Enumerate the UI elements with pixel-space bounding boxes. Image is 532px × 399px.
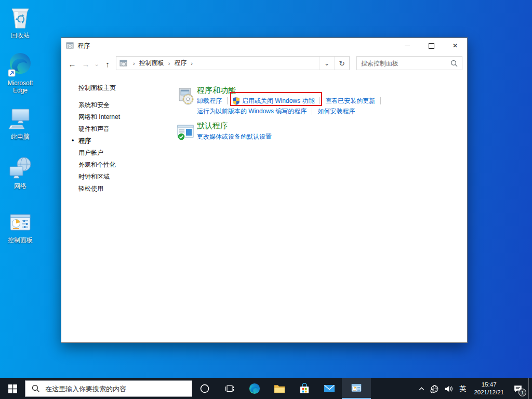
clock-date: 2021/12/21 [474,389,504,396]
sidebar-item-control-panel-home[interactable]: 控制面板主页 [78,84,116,92]
link-separator [227,97,228,104]
control-panel-window: 程序 ✕ ← → ⌄ ↑ › 控制面板 › 程序 [61,37,468,343]
programs-and-features-icon[interactable] [177,87,195,108]
tray-chevron-button[interactable] [416,378,428,399]
desktop-icon-control-panel[interactable]: 控制面板 [1,209,39,244]
sidebar-item-ease-of-access[interactable]: 轻松使用 [78,184,103,193]
search-icon [32,384,40,393]
sidebar-item-programs[interactable]: 程序 [78,137,91,145]
taskbar-clock[interactable]: 15:47 2021/12/21 [470,381,508,396]
desktop-icon-edge[interactable]: Microsoft Edge [1,52,39,94]
active-item-bullet: • [72,137,74,144]
file-explorer-icon [273,382,286,395]
breadcrumb-separator: › [130,60,138,66]
network-globe-icon [430,384,439,393]
search-input[interactable] [357,60,450,67]
window-title: 程序 [77,42,90,50]
taskbar-search-input[interactable] [44,384,192,393]
back-button[interactable]: ← [65,57,79,71]
sidebar-item-user-accounts[interactable]: 用户帐户 [78,149,103,157]
sidebar-item-appearance-personalization[interactable]: 外观和个性化 [78,161,116,169]
taskbar-edge-button[interactable] [242,378,267,399]
system-tray: 英 15:47 2021/12/21 1 [416,378,532,399]
network-status-button[interactable] [428,378,442,399]
link-separator [312,108,312,115]
sidebar-item-network-internet[interactable]: 网络和 Internet [78,113,120,122]
how-to-install-link[interactable]: 如何安装程序 [317,107,355,116]
microsoft-store-icon [298,382,311,395]
breadcrumb-control-panel[interactable]: 控制面板 [138,59,165,68]
desktop-icon-label: 此电脑 [11,133,30,140]
microsoft-store-button[interactable] [292,378,317,399]
history-dropdown-icon[interactable]: ⌄ [92,57,101,71]
forward-button[interactable]: → [79,57,92,71]
show-desktop-button[interactable] [528,378,532,399]
file-explorer-button[interactable] [267,378,292,399]
desktop-icon-recycle-bin[interactable]: 回收站 [1,4,39,39]
minimize-icon [405,46,410,46]
cortana-button[interactable] [192,378,217,399]
close-button[interactable]: ✕ [443,38,467,54]
taskbar-search-box[interactable] [25,380,192,397]
desktop-icon-this-pc[interactable]: 此电脑 [1,105,39,140]
edge-icon [248,382,261,395]
programs-and-features-title[interactable]: 程序和功能 [197,86,236,96]
programs-and-features-links-row1: 卸载程序 启用或关闭 Windows 功能 [197,96,386,106]
minimize-button[interactable] [395,38,419,54]
breadcrumb-icon [119,59,128,68]
window-icon [66,42,74,50]
run-older-programs-link[interactable]: 运行为以前版本的 Windows 编写的程序 [197,107,307,116]
turn-windows-features-link[interactable]: 启用或关闭 Windows 功能 [233,97,314,105]
default-programs-icon[interactable] [176,123,195,143]
refresh-button[interactable]: ↻ [334,57,349,70]
this-pc-icon [8,105,33,131]
windows-logo-icon [8,384,17,393]
control-panel-icon [8,209,32,235]
change-default-media-link[interactable]: 更改媒体或设备的默认设置 [197,132,272,141]
start-button[interactable] [0,378,25,399]
ime-indicator[interactable]: 英 [456,378,470,399]
task-view-icon [225,384,234,393]
maximize-button[interactable] [419,38,443,54]
default-programs-title[interactable]: 默认程序 [197,121,228,131]
desktop-icon-label: Microsoft Edge [2,79,38,94]
uac-shield-icon [233,97,240,105]
control-panel-search [356,56,462,70]
mail-icon [323,382,336,395]
notification-badge: 1 [518,389,526,396]
desktop: 回收站 Microsoft Edge [0,0,532,399]
link-separator [320,97,320,104]
sidebar-item-clock-region[interactable]: 时钟和区域 [78,172,110,181]
address-dropdown-icon[interactable]: ⌄ [319,57,334,70]
desktop-icon-label: 回收站 [11,32,30,39]
edge-icon [7,52,33,78]
view-installed-updates-link[interactable]: 查看已安装的更新 [325,97,375,105]
uninstall-program-link[interactable]: 卸载程序 [197,97,222,105]
breadcrumb-separator: › [165,60,174,66]
volume-button[interactable] [442,378,456,399]
sidebar-item-system-security[interactable]: 系统和安全 [78,101,110,110]
search-icon [450,60,458,67]
sidebar-item-hardware-sound[interactable]: 硬件和声音 [78,125,110,134]
speaker-icon [444,384,453,393]
desktop-icon-label: 控制面板 [8,236,33,244]
task-view-button[interactable] [217,378,242,399]
clock-time: 15:47 [474,381,504,389]
chevron-up-icon [418,385,425,392]
link-separator [380,97,381,104]
desktop-icon-label: 网络 [14,182,26,190]
network-icon [8,155,33,181]
breadcrumb-programs[interactable]: 程序 [173,59,188,68]
recycle-bin-icon [8,4,32,30]
address-bar[interactable]: › 控制面板 › 程序 › ⌄ ↻ [116,56,350,70]
mail-button[interactable] [317,378,342,399]
action-center-button[interactable]: 1 [508,378,528,399]
cortana-icon [200,383,210,394]
maximize-icon [429,43,434,49]
desktop-icon-network[interactable]: 网络 [1,155,39,190]
taskbar-control-panel-button[interactable] [342,378,371,399]
turn-windows-features-label: 启用或关闭 Windows 功能 [242,97,314,105]
up-button[interactable]: ↑ [101,57,114,71]
control-panel-icon [351,382,362,394]
breadcrumb-separator: › [188,60,196,66]
